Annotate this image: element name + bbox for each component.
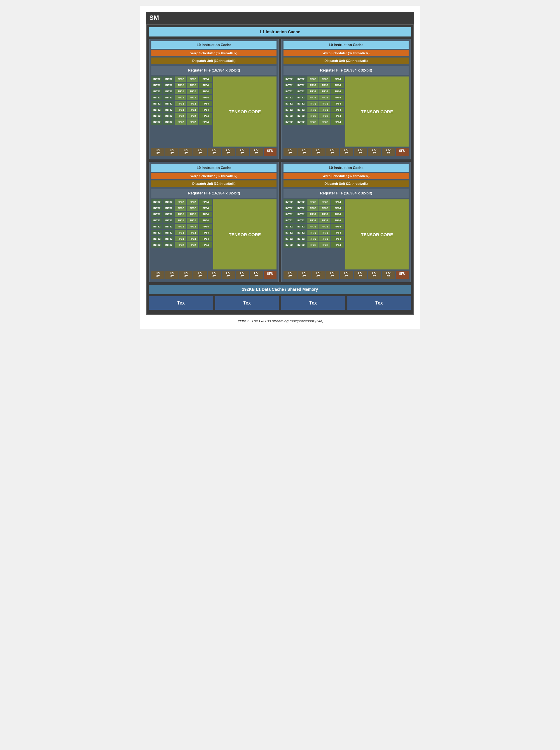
- fp64-cell: FP64: [199, 119, 212, 125]
- int32-cell: INT32: [151, 205, 163, 211]
- fp32-cell: FP32: [319, 119, 330, 125]
- tensor-core-3: TENSOR CORE: [213, 199, 276, 270]
- fp32-cell: FP32: [187, 113, 198, 119]
- fp64-cell: FP64: [199, 107, 212, 112]
- int32-cell: INT32: [163, 205, 174, 211]
- ld-st-cell: LD/ST: [179, 271, 192, 279]
- fp32-cell: FP32: [319, 77, 330, 82]
- int32-cell: INT32: [284, 119, 295, 125]
- fp32-cell: FP32: [175, 224, 186, 229]
- ld-st-cell: LD/ST: [151, 271, 165, 279]
- figure-caption: Figure 5. The GA100 streaming multiproce…: [146, 319, 414, 323]
- int32-cell: INT32: [151, 83, 163, 88]
- fp32-cell: FP32: [319, 95, 330, 100]
- fp32-cell: FP32: [307, 236, 318, 241]
- tex-cell-4: Tex: [347, 296, 411, 310]
- fp32-cell: FP32: [175, 89, 186, 94]
- int32-cell: INT32: [295, 218, 307, 223]
- fp32-cell: FP32: [175, 119, 186, 125]
- fp32-cell: FP32: [307, 242, 318, 248]
- fp32-cell: FP32: [187, 236, 198, 241]
- ld-st-cell: LD/ST: [165, 271, 179, 279]
- register-file-1: Register File (16,384 x 32-bit): [151, 66, 276, 75]
- int32-cell: INT32: [163, 113, 174, 119]
- fp32-cell: FP32: [307, 113, 318, 119]
- compute-area-4: INT32INT32FP32FP32FP64 INT32INT32FP32FP3…: [284, 199, 409, 270]
- int32-cell: INT32: [163, 95, 174, 100]
- int32-cell: INT32: [163, 242, 174, 248]
- fp32-cell: FP32: [307, 89, 318, 94]
- ld-st-cell: LD/ST: [208, 271, 221, 279]
- int32-cell: INT32: [295, 119, 307, 125]
- fp32-cell: FP32: [175, 205, 186, 211]
- int32-cell: INT32: [284, 113, 295, 119]
- quadrant-1: L0 Instruction Cache Warp Scheduler (32 …: [149, 39, 279, 159]
- sfu-cell-4: SFU: [396, 271, 409, 279]
- ld-st-cell: LD/ST: [311, 148, 325, 156]
- fp32-cell: FP32: [307, 119, 318, 125]
- fp32-cell: FP32: [307, 101, 318, 106]
- fp64-cell: FP64: [199, 95, 212, 100]
- sm-title: SM: [146, 12, 414, 24]
- fp64-cell: FP64: [331, 77, 344, 82]
- int32-cell: INT32: [163, 199, 174, 205]
- int32-cell: INT32: [151, 95, 163, 100]
- int32-cell: INT32: [295, 230, 307, 235]
- ld-st-cell: LD/ST: [151, 148, 165, 156]
- sfu-cell-2: SFU: [396, 148, 409, 156]
- int32-cell: INT32: [163, 218, 174, 223]
- fp32-cell: FP32: [319, 107, 330, 112]
- fp64-cell: FP64: [331, 113, 344, 119]
- quadrant-2: L0 Instruction Cache Warp Scheduler (32 …: [281, 39, 411, 159]
- fp32-cell: FP32: [187, 89, 198, 94]
- int32-cell: INT32: [295, 83, 307, 88]
- fp64-cell: FP64: [199, 101, 212, 106]
- fp32-cell: FP32: [187, 101, 198, 106]
- fp64-cell: FP64: [199, 230, 212, 235]
- int32-cell: INT32: [295, 224, 307, 229]
- int32-cell: INT32: [151, 224, 163, 229]
- int32-cell: INT32: [163, 101, 174, 106]
- fp32-cell: FP32: [319, 199, 330, 205]
- fp64-cell: FP64: [331, 83, 344, 88]
- fp32-cell: FP32: [307, 83, 318, 88]
- dispatch-unit-3: Dispatch Unit (32 thread/clk): [151, 180, 276, 187]
- fp32-cell: FP32: [187, 77, 198, 82]
- fp32-cell: FP32: [319, 113, 330, 119]
- ld-st-cell: LD/ST: [297, 148, 311, 156]
- l1-data-cache: 192KB L1 Data Cache / Shared Memory: [149, 285, 411, 294]
- warp-scheduler-3: Warp Scheduler (32 thread/clk): [151, 173, 276, 179]
- int32-cell: INT32: [284, 242, 295, 248]
- fp32-cell: FP32: [187, 119, 198, 125]
- ld-st-cell: LD/ST: [340, 148, 353, 156]
- fp32-cell: FP32: [319, 230, 330, 235]
- ld-st-cell: LD/ST: [382, 148, 395, 156]
- tex-cell-2: Tex: [215, 296, 279, 310]
- l1-instruction-cache: L1 Instruction Cache: [149, 27, 411, 37]
- fp32-cell: FP32: [307, 224, 318, 229]
- ld-st-cell: LD/ST: [311, 271, 325, 279]
- l0-cache-1: L0 Instruction Cache: [151, 41, 276, 49]
- fp64-cell: FP64: [331, 242, 344, 248]
- fp64-cell: FP64: [199, 205, 212, 211]
- fp32-cell: FP32: [175, 218, 186, 223]
- dispatch-unit-1: Dispatch Unit (32 thread/clk): [151, 58, 276, 64]
- fp32-cell: FP32: [175, 95, 186, 100]
- warp-scheduler-4: Warp Scheduler (32 thread/clk): [284, 173, 409, 179]
- int32-cell: INT32: [295, 89, 307, 94]
- register-file-4: Register File (16,384 x 32-bit): [284, 189, 409, 198]
- fp32-cell: FP32: [307, 199, 318, 205]
- ld-st-row-1: LD/ST LD/ST LD/ST LD/ST LD/ST LD/ST LD/S…: [151, 148, 276, 156]
- fp32-cell: FP32: [307, 212, 318, 217]
- fp32-cell: FP32: [319, 205, 330, 211]
- register-file-2: Register File (16,384 x 32-bit): [284, 66, 409, 75]
- int32-cell: INT32: [151, 242, 163, 248]
- sfu-cell-3: SFU: [264, 271, 276, 279]
- sm-container: L1 Instruction Cache L0 Instruction Cach…: [146, 24, 414, 315]
- ld-st-cell: LD/ST: [250, 271, 263, 279]
- int32-cell: INT32: [284, 95, 295, 100]
- int32-cell: INT32: [163, 236, 174, 241]
- int-fp-col-1: INT32INT32FP32FP32FP64 INT32INT32FP32FP3…: [151, 77, 212, 146]
- int32-cell: INT32: [163, 107, 174, 112]
- register-file-3: Register File (16,384 x 32-bit): [151, 189, 276, 198]
